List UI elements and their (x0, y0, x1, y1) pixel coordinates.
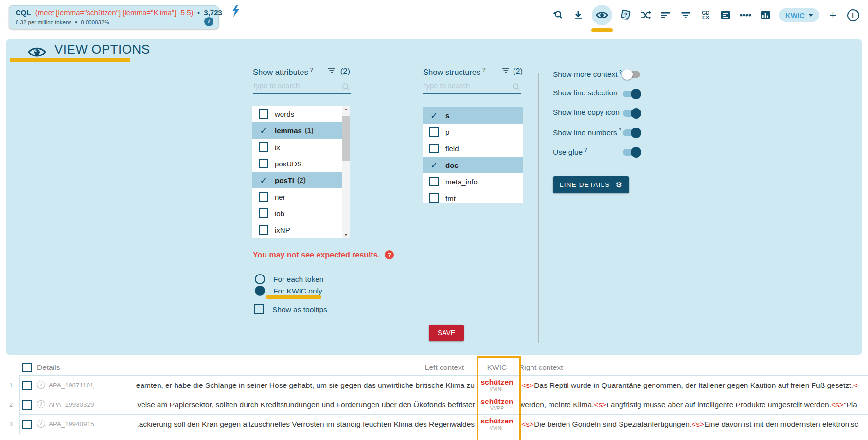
structure-item-s[interactable]: ✓s (423, 107, 523, 124)
table-row[interactable]: 3iAPA_19940915_AP....ackierung soll den … (0, 414, 868, 434)
line-checkbox[interactable] (22, 400, 32, 410)
download-icon[interactable] (572, 8, 585, 22)
table-row[interactable]: 2iAPA_19930329_AP...veise am Papiersekto… (0, 395, 868, 414)
attribute-item-ner[interactable]: ner (252, 188, 350, 205)
random-sample-help-icon[interactable]: ? (620, 8, 632, 22)
checkbox[interactable] (259, 109, 268, 119)
checkbox[interactable] (259, 192, 268, 202)
help-mark[interactable]: ? (584, 147, 587, 153)
refine-search-icon[interactable] (552, 8, 565, 22)
add-icon[interactable]: + (827, 8, 839, 22)
table-row[interactable]: 1iAPA_19871101_AP...eamten, er habe die … (0, 375, 868, 395)
select-all-checkbox[interactable] (22, 363, 32, 372)
document-id[interactable]: APA_19871101_AP... (49, 382, 94, 389)
structures-filter-icon[interactable] (502, 68, 509, 74)
row-separator (19, 395, 868, 395)
page-info-icon[interactable]: i (847, 8, 859, 22)
kwic-cell[interactable]: schützenVVPP (476, 397, 518, 411)
view-mode-selector[interactable]: KWIC (779, 8, 819, 22)
filter-icon[interactable] (679, 8, 692, 22)
attribute-item-ixNP[interactable]: ixNP (252, 221, 350, 238)
plus-glyph: + (829, 9, 837, 21)
help-mark[interactable]: ? (619, 69, 622, 75)
pos-tag: VVINF (476, 386, 518, 392)
scroll-up-icon[interactable]: ▲ (342, 106, 350, 112)
checkbox[interactable] (259, 159, 268, 168)
attribute-item-iob[interactable]: iob (252, 205, 350, 221)
structure-item-p[interactable]: p (423, 124, 523, 140)
document-id[interactable]: APA_19940915_AP... (49, 421, 94, 428)
radio-icon[interactable] (255, 286, 265, 296)
attribute-item-lemmas[interactable]: ✓lemmas(1) (252, 122, 350, 139)
toggle-switch[interactable] (623, 149, 640, 156)
item-label: doc (445, 161, 459, 169)
structure-item-fmt[interactable]: fmt (423, 190, 523, 206)
line-info-icon[interactable]: i (37, 381, 45, 389)
toggle-knob (631, 147, 641, 158)
radio-for-each-token[interactable]: For each token (255, 274, 323, 284)
help-mark[interactable]: ? (619, 128, 621, 133)
query-summary-card[interactable]: CQL (meet [lemma="schützen"] [lemma="Kli… (9, 5, 219, 29)
help-mark[interactable]: ? (482, 67, 485, 73)
document-id[interactable]: APA_19930329_AP... (49, 401, 94, 408)
scroll-down-icon[interactable]: ▼ (342, 232, 350, 238)
shuffle-icon[interactable] (639, 8, 652, 22)
checkbox[interactable] (259, 208, 268, 218)
item-label: posTI (275, 176, 294, 184)
toggle-switch[interactable] (623, 129, 640, 136)
gdex-icon[interactable]: GD EX (699, 8, 712, 22)
structure-item-field[interactable]: field (423, 140, 523, 157)
attribute-item-posUDS[interactable]: posUDS (252, 155, 350, 172)
line-details-button[interactable]: LINE DETAILS ⚙ (553, 176, 629, 193)
line-info-icon[interactable]: i (37, 400, 45, 408)
structures-search-input[interactable] (423, 81, 512, 90)
right-context-text: werden, meinte Klima. (519, 401, 594, 409)
query-info-icon[interactable]: i (204, 17, 213, 26)
item-label: words (275, 110, 294, 118)
row-separator (19, 414, 868, 415)
toggle-row-show-line-numbers: Show line numbers? (553, 126, 640, 140)
kwic-cell[interactable]: schützenVVINF (476, 417, 518, 431)
attribute-item-ix[interactable]: ix (252, 139, 350, 155)
checkbox[interactable] (259, 225, 268, 235)
more-options-icon[interactable] (739, 8, 752, 22)
view-options-icon-active[interactable] (592, 5, 612, 25)
line-number: 1 (4, 382, 13, 389)
attribute-item-words[interactable]: words (252, 106, 350, 122)
structures-list: ✓spfield✓docmeta_infofmt (423, 107, 523, 203)
scrollbar-thumb[interactable] (342, 116, 350, 161)
line-checkbox[interactable] (22, 381, 32, 390)
sort-icon[interactable] (659, 8, 672, 22)
text-types-icon[interactable] (719, 8, 732, 22)
attributes-search-input[interactable] (253, 81, 341, 90)
checkbox[interactable] (254, 304, 264, 314)
help-mark[interactable]: ? (310, 67, 313, 73)
attributes-count: (2) (340, 67, 350, 76)
toggle-switch[interactable] (623, 91, 640, 97)
flash-icon[interactable] (230, 4, 241, 18)
item-label: ix (275, 143, 280, 151)
checkbox[interactable] (429, 144, 439, 153)
frequency-chart-icon[interactable] (759, 8, 772, 22)
radio-icon[interactable] (255, 274, 265, 284)
structure-item-meta_info[interactable]: meta_info (423, 173, 523, 190)
attributes-filter-icon[interactable] (328, 68, 335, 74)
warning-help-icon[interactable]: ? (385, 250, 394, 259)
checkbox[interactable] (429, 127, 439, 137)
show-as-tooltips-option[interactable]: Show as tooltips (254, 304, 327, 314)
attributes-scrollbar[interactable]: ▲ ▼ (342, 106, 350, 238)
checkbox[interactable] (429, 177, 439, 186)
save-button[interactable]: SAVE (429, 325, 464, 341)
check-icon: ✓ (429, 160, 439, 171)
toggle-switch[interactable] (623, 110, 640, 117)
kwic-cell[interactable]: schützenVVINF (476, 378, 518, 392)
structure-item-doc[interactable]: ✓doc (423, 157, 523, 173)
toggle-label: Show line selection (553, 89, 618, 97)
line-info-icon[interactable]: i (37, 420, 45, 428)
checkbox[interactable] (429, 193, 439, 203)
checkbox[interactable] (259, 142, 268, 152)
line-checkbox[interactable] (22, 420, 32, 429)
radio-for-kwic-only[interactable]: For KWIC only (255, 286, 322, 296)
toggle-switch[interactable] (623, 71, 640, 78)
attribute-item-posTI[interactable]: ✓posTI(2) (252, 172, 350, 188)
